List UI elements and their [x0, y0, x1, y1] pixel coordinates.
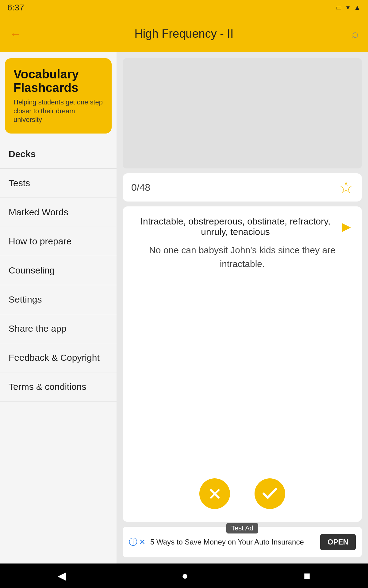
sidebar-nav: Decks Tests Marked Words How to prepare … [0, 140, 117, 564]
wrong-button[interactable] [199, 478, 230, 509]
ad-open-button[interactable]: OPEN [320, 534, 356, 550]
play-button[interactable]: ▶ [342, 220, 351, 233]
content-area: 0/48 ☆ Intractable, obstreperous, obstin… [117, 52, 368, 564]
sidebar-item-share-the-app[interactable]: Share the app [0, 314, 117, 343]
sidebar-item-how-to-prepare[interactable]: How to prepare [0, 227, 117, 256]
sidebar-item-terms-conditions[interactable]: Terms & conditions [0, 372, 117, 401]
nav-back-icon[interactable]: ◀ [58, 569, 66, 582]
battery-icon: ▭ [335, 4, 342, 12]
status-bar: 6:37 ▭ ▾ ▲ [0, 0, 368, 15]
svg-point-3 [258, 482, 282, 505]
nav-recents-icon[interactable]: ■ [304, 569, 310, 582]
flashcard-words-row: Intractable, obstreperous, obstinate, re… [134, 216, 351, 237]
back-button[interactable]: ← [9, 27, 28, 41]
flashcard-actions [134, 478, 351, 512]
signal-icon: ▲ [354, 4, 361, 12]
wrong-icon [206, 485, 223, 502]
status-icons: ▭ ▾ ▲ [335, 4, 361, 12]
star-icon[interactable]: ☆ [339, 179, 353, 195]
flashcard-sentence: No one can babysit John's kids since the… [134, 243, 351, 271]
flashcard: Intractable, obstreperous, obstinate, re… [123, 206, 362, 522]
sidebar-item-tests[interactable]: Tests [0, 169, 117, 198]
header-title: High Frequency - II [28, 27, 340, 40]
wifi-icon: ▾ [346, 4, 350, 12]
sidebar-item-counseling[interactable]: Counseling [0, 256, 117, 285]
counter-text: 0/48 [131, 182, 150, 193]
app-header: ← High Frequency - II ⌕ [0, 15, 368, 52]
sidebar-logo: VocabularyFlashcards Helping students ge… [5, 58, 112, 134]
sidebar-item-decks[interactable]: Decks [0, 140, 117, 169]
status-time: 6:37 [7, 3, 24, 13]
correct-button[interactable] [255, 478, 285, 509]
correct-icon [256, 480, 284, 507]
sidebar-item-marked-words[interactable]: Marked Words [0, 198, 117, 227]
app-subtitle: Helping students get one step closer to … [13, 98, 103, 124]
ad-close-icon[interactable]: ✕ [139, 538, 145, 546]
sidebar-item-settings[interactable]: Settings [0, 285, 117, 314]
ad-text: 5 Ways to Save Money on Your Auto Insura… [150, 538, 315, 546]
sidebar-item-feedback-copyright[interactable]: Feedback & Copyright [0, 343, 117, 372]
app-title: VocabularyFlashcards [13, 67, 103, 94]
ad-label: Test Ad [226, 523, 258, 533]
search-button[interactable]: ⌕ [340, 27, 359, 40]
ad-banner: Test Ad ⓘ ✕ 5 Ways to Save Money on Your… [123, 527, 362, 557]
flashcard-words: Intractable, obstreperous, obstinate, re… [134, 216, 337, 237]
bottom-nav: ◀ ● ■ [0, 564, 368, 588]
nav-home-icon[interactable]: ● [182, 569, 188, 582]
counter-card: 0/48 ☆ [123, 173, 362, 202]
ad-info-icon: ⓘ [129, 536, 137, 548]
main-layout: VocabularyFlashcards Helping students ge… [0, 52, 368, 564]
top-gray-area [123, 58, 362, 168]
sidebar: VocabularyFlashcards Helping students ge… [0, 52, 117, 564]
